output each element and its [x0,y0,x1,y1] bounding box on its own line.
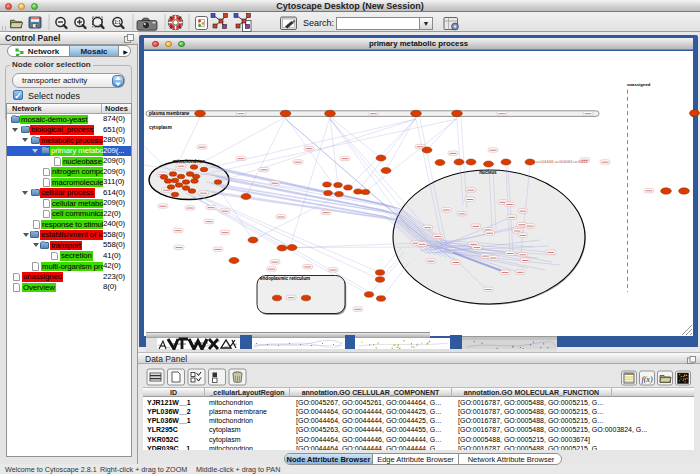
svg-text:nucleus: nucleus [479,170,497,175]
svg-text:mitochondrion: mitochondrion [173,159,205,164]
svg-text:plasma membrane: plasma membrane [149,111,190,116]
svg-text:unassigned: unassigned [627,82,651,87]
svg-text:co.0044464 co.0044464 co.00444: co.0044464 co.0044464 co.00444 [536,160,587,164]
svg-text:f(x): f(x) [641,375,652,384]
svg-text:endoplasmic reticulum: endoplasmic reticulum [260,276,310,281]
svg-text:cytoplasm: cytoplasm [149,125,172,130]
svg-text:1:1: 1:1 [114,20,121,25]
